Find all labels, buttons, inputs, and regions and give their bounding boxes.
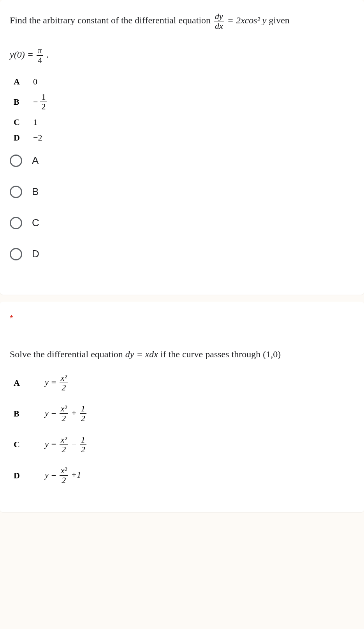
q1-key-b-neg: − [33,97,38,107]
q1-text-1: Find the arbitrary constant of the diffe… [10,15,213,25]
q1-key-c-value: 1 [33,117,37,127]
q2-d-num: x² [60,466,68,476]
radio-circle-icon [10,155,22,167]
q1-option-a[interactable]: A [10,155,354,167]
q2-a-lhs: y = [45,377,59,387]
q1-option-a-label: A [32,155,39,167]
q2-b-frac1: x² 2 [60,404,68,423]
q2-b-den2: 2 [80,414,86,423]
q2-answer-key: A y = x² 2 B y = x² 2 + 1 2 [14,373,354,485]
q2-d-lhs: y = [45,470,59,480]
q2-key-d-value: y = x² 2 +1 [45,466,81,485]
q2-equation: dy = xdx [125,349,158,359]
q1-radio-group: A B C D [10,155,354,260]
q2-b-lhs: y = [45,408,59,418]
q2-a-den: 2 [60,383,68,392]
q1-option-d-label: D [32,248,39,260]
q1-init-left: y(0) = [10,49,36,60]
q2-b-op: + [71,408,79,418]
q1-key-b-frac: 1 2 [40,92,47,111]
q2-key-c-value: y = x² 2 − 1 2 [45,435,87,454]
q1-option-c-label: C [32,217,39,229]
q1-option-b[interactable]: B [10,186,354,198]
q1-key-row-a: A 0 [14,77,354,87]
q2-c-frac1: x² 2 [60,435,68,454]
q2-b-frac2: 1 2 [80,404,86,423]
q2-b-num1: x² [60,404,68,414]
q1-dx: dx [214,21,224,31]
q2-point: (1,0) [263,349,281,359]
q2-key-c-letter: C [14,439,45,450]
q2-a-frac: x² 2 [60,373,68,392]
q1-rhs-text: = 2xcos² y [227,15,267,25]
q2-text-1: Solve the differential equation [10,349,125,359]
q2-d-frac: x² 2 [60,466,68,485]
radio-circle-icon [10,186,22,198]
q2-d-den: 2 [60,476,68,485]
q1-frac-dy-dx: dy dx [214,12,224,31]
q2-key-b-letter: B [14,409,45,419]
q1-key-b-num: 1 [40,92,47,102]
q1-key-a-value: 0 [33,77,37,87]
q1-dot: . [46,49,49,60]
q1-key-b-letter: B [14,97,33,107]
q1-rhs: = 2xcos² y [227,15,267,25]
q2-b-den1: 2 [60,414,68,423]
q2-key-b-value: y = x² 2 + 1 2 [45,404,87,423]
q2-c-den1: 2 [60,445,68,454]
q1-pi: π [37,46,43,56]
q1-4: 4 [37,56,43,65]
q1-key-a-letter: A [14,77,33,87]
q2-key-row-a: A y = x² 2 [14,373,354,392]
q2-c-frac2: 1 2 [80,435,86,454]
q1-option-c[interactable]: C [10,217,354,229]
q2-key-a-value: y = x² 2 [45,373,69,392]
question-1-prompt: Find the arbitrary constant of the diffe… [10,12,354,65]
q2-key-row-d: D y = x² 2 +1 [14,466,354,485]
q1-key-b-den: 2 [40,102,47,111]
q2-key-a-letter: A [14,378,45,388]
q2-key-row-b: B y = x² 2 + 1 2 [14,404,354,423]
q1-key-row-b: B − 1 2 [14,92,354,111]
q1-text-2: given [269,15,290,25]
q1-key-b-value: − 1 2 [33,92,47,111]
q1-option-d[interactable]: D [10,248,354,260]
q2-b-num2: 1 [80,404,86,414]
q1-key-d-value: −2 [33,133,42,143]
required-star: * [10,313,354,323]
q2-d-suffix: +1 [71,470,81,480]
q1-key-c-letter: C [14,117,33,127]
q1-dy: dy [214,12,224,21]
radio-circle-icon [10,217,22,229]
q2-c-lhs: y = [45,439,59,448]
question-2-prompt: Solve the differential equation dy = xdx… [10,347,354,362]
q1-option-b-label: B [32,186,39,198]
q1-key-row-c: C 1 [14,117,354,127]
q2-key-row-c: C y = x² 2 − 1 2 [14,435,354,454]
q1-key-d-letter: D [14,133,33,143]
q1-frac-pi4: π 4 [37,46,43,65]
radio-circle-icon [10,248,22,260]
q2-c-num2: 1 [80,435,86,445]
q1-answer-key: A 0 B − 1 2 C 1 D −2 [14,77,354,142]
q2-c-num1: x² [60,435,68,445]
question-1-card: Find the arbitrary constant of the diffe… [0,0,364,295]
q2-key-d-letter: D [14,471,45,481]
question-2-card: * Solve the differential equation dy = x… [0,302,364,513]
q2-c-den2: 2 [80,445,86,454]
q1-key-row-d: D −2 [14,133,354,143]
q2-text-2: if the curve passes through [160,349,263,359]
q2-a-num: x² [60,373,68,383]
q2-c-op: − [71,439,79,448]
